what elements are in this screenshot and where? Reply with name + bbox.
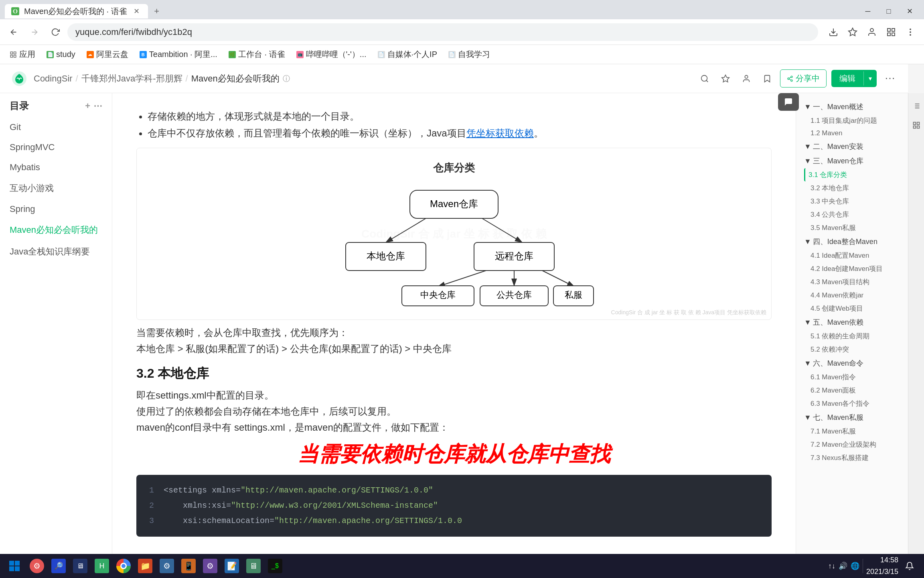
new-tab-button[interactable]: + [150, 4, 164, 18]
outline-item-6-1[interactable]: 6.1 Maven指令 [801, 370, 903, 384]
bookmarks-apps[interactable]: 应用 [5, 47, 40, 61]
main-content: 存储依赖的地方，体现形式就是本地的一个目录。 仓库中不仅存放依赖，而且管理着每个… [112, 93, 796, 554]
taskbar-app-6[interactable]: ⚙ [156, 556, 177, 576]
tray-icon-2[interactable]: 🔊 [839, 562, 847, 570]
menu-icon[interactable] [902, 23, 919, 41]
link-credentials[interactable]: 凭坐标获取依赖 [466, 128, 534, 138]
taskbar-app-2[interactable]: 🖥 [70, 556, 91, 576]
profile-icon[interactable] [863, 23, 881, 41]
active-tab[interactable]: Maven必知必会听我的 · 语雀 ✕ [5, 4, 148, 18]
bookmark-study2[interactable]: 📄 自我学习 [444, 47, 495, 61]
outline-item-3-2[interactable]: 3.2 本地仓库 [801, 181, 903, 195]
sidebar-item-maven[interactable]: Maven必知必会听我的 [0, 219, 112, 241]
refresh-button[interactable] [47, 23, 64, 41]
outline-item-4-1[interactable]: 4.1 Idea配置Maven [801, 249, 903, 262]
outline-section-6[interactable]: ▼ 六、Maven命令 [801, 356, 903, 370]
breadcrumb-dept[interactable]: 千锋郑州Java学科-邢朋辉 [81, 73, 182, 85]
panel-icon-2[interactable] [910, 119, 923, 132]
outline-section-5[interactable]: ▼ 五、Maven依赖 [801, 315, 903, 330]
star-button[interactable] [717, 71, 734, 87]
taskbar-app-3[interactable]: H [91, 556, 112, 576]
taskbar-search[interactable]: ⚙ [26, 556, 47, 576]
sidebar-item-springmvc[interactable]: SpringMVC [0, 137, 112, 157]
yuque-logo[interactable] [10, 69, 29, 88]
outline-section-3[interactable]: ▼ 三、Maven仓库 [801, 154, 903, 168]
outline-section-2[interactable]: ▼ 二、Maven安装 [801, 139, 903, 154]
taskbar-app-8[interactable]: ⚙ [200, 556, 221, 576]
share-button[interactable]: 分享中 [780, 69, 827, 88]
sidebar-item-java[interactable]: Java全栈知识库纲要 [0, 241, 112, 263]
outline-item-3-4[interactable]: 3.4 公共仓库 [801, 208, 903, 221]
extensions-icon[interactable] [882, 23, 900, 41]
back-button[interactable] [5, 23, 22, 41]
tray-icon-1[interactable]: ↑↓ [828, 562, 835, 570]
outline-item-4-5[interactable]: 4.5 创建Web项目 [801, 302, 903, 315]
outline-item-1-1[interactable]: 1.1 项目集成jar的问题 [801, 114, 903, 127]
bookmark-zimeiti[interactable]: 📄 自媒体·个人IP [373, 47, 442, 61]
outline-item-4-3[interactable]: 4.3 Maven项目结构 [801, 275, 903, 289]
outline-section-1[interactable]: ▼ 一、Maven概述 [801, 100, 903, 114]
svg-line-32 [438, 271, 486, 287]
outline-item-6-3[interactable]: 6.3 Maven各个指令 [801, 397, 903, 410]
taskbar-app-7[interactable]: 📱 [178, 556, 199, 576]
toc-more-icon[interactable]: ⋯ [93, 101, 102, 111]
system-tray: ↑↓ 🔊 🌐 14:58 2021/3/15 [825, 554, 921, 578]
taskbar-app-5[interactable]: 📁 [135, 556, 156, 576]
user-button[interactable] [738, 71, 754, 87]
notification-button[interactable] [902, 556, 918, 576]
outline-item-4-4[interactable]: 4.4 Maven依赖jar [801, 289, 903, 302]
more-button[interactable]: ⋯ [881, 72, 898, 85]
download-icon[interactable] [825, 23, 842, 41]
outline-item-6-2[interactable]: 6.2 Maven面板 [801, 384, 903, 397]
outline-section-7[interactable]: ▼ 七、Maven私服 [801, 410, 903, 425]
outline-item-7-1[interactable]: 7.1 Maven私服 [801, 425, 903, 438]
maximize-button[interactable]: □ [879, 4, 898, 18]
bookmark-icon[interactable] [844, 23, 861, 41]
outline-item-5-1[interactable]: 5.1 依赖的生命周期 [801, 330, 903, 343]
svg-text:中央仓库: 中央仓库 [420, 290, 456, 300]
clock[interactable]: 14:58 2021/3/15 [866, 554, 898, 578]
taskbar-app-terminal[interactable]: _$ [265, 556, 286, 576]
sidebar-item-git[interactable]: Git [0, 117, 112, 137]
toc-add-icon[interactable]: + [85, 101, 90, 111]
outline-item-5-2[interactable]: 5.2 依赖冲突 [801, 343, 903, 356]
url-text: yuque.com/feri/fwibdh/yc1b2q [75, 27, 192, 37]
svg-rect-14 [10, 55, 12, 57]
outline-item-4-2[interactable]: 4.2 Idea创建Maven项目 [801, 262, 903, 275]
sidebar-item-mybatis[interactable]: Mybatis [0, 157, 112, 177]
taskbar-app-9[interactable]: 📝 [221, 556, 242, 576]
bookmark-study[interactable]: 📄 study [42, 48, 80, 61]
panel-icon-1[interactable] [910, 100, 923, 112]
svg-rect-6 [892, 33, 895, 36]
bookmark-yuque[interactable]: 🌿 工作台 · 语雀 [224, 47, 290, 61]
bookmark-button[interactable] [759, 71, 775, 87]
outline-item-1-2[interactable]: 1.2 Maven [801, 127, 903, 139]
bookmark-aliyun[interactable]: ☁ 阿里云盘 [82, 47, 133, 61]
breadcrumb-codingsir[interactable]: CodingSir [34, 73, 73, 84]
taskbar-app-10[interactable]: 🖥 [243, 556, 264, 576]
tab-close-button[interactable]: ✕ [132, 6, 142, 16]
tray-icon-3[interactable]: 🌐 [851, 562, 859, 570]
outline-section-4[interactable]: ▼ 四、Idea整合Maven [801, 234, 903, 249]
outline-item-3-3[interactable]: 3.3 中央仓库 [801, 195, 903, 208]
sidebar-item-spring[interactable]: Spring [0, 199, 112, 219]
outline-item-7-3[interactable]: 7.3 Nexus私服搭建 [801, 451, 903, 464]
forward-button[interactable] [26, 23, 43, 41]
outline-item-7-2[interactable]: 7.2 Maven企业级架构 [801, 438, 903, 451]
edit-dropdown-icon[interactable]: ▾ [863, 71, 877, 85]
sidebar-item-game[interactable]: 互动小游戏 [0, 177, 112, 199]
bookmark-teambition[interactable]: B Teambition · 阿里... [135, 47, 222, 61]
outline-item-3-5[interactable]: 3.5 Maven私服 [801, 221, 903, 234]
edit-button-group[interactable]: 编辑 ▾ [831, 70, 877, 87]
address-bar[interactable]: yuque.com/feri/fwibdh/yc1b2q [67, 23, 818, 41]
bookmark-bilibili[interactable]: 📺 哔哩哔哩（'-'）... [292, 47, 371, 61]
start-button[interactable] [3, 556, 26, 576]
info-icon[interactable]: ⓘ [283, 74, 290, 83]
taskbar-app-1[interactable]: 🔎 [48, 556, 69, 576]
comment-bubble[interactable] [778, 93, 799, 111]
taskbar-app-chrome[interactable] [113, 556, 134, 576]
search-button[interactable] [697, 71, 713, 87]
close-button[interactable]: ✕ [900, 4, 919, 18]
outline-item-3-1-active[interactable]: 3.1 仓库分类 [804, 168, 903, 181]
minimize-button[interactable]: ─ [858, 4, 877, 18]
